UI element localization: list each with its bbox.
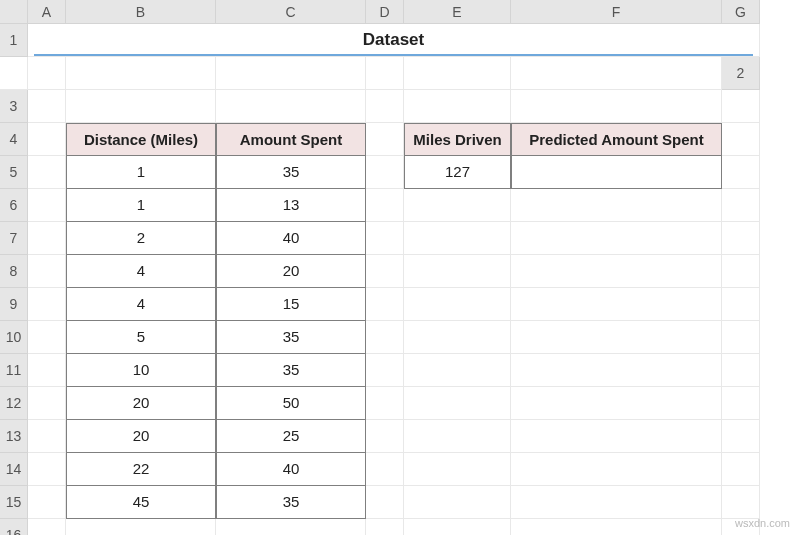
cell[interactable] bbox=[722, 321, 760, 354]
cell[interactable] bbox=[404, 255, 511, 288]
cell[interactable] bbox=[722, 420, 760, 453]
table-row[interactable]: 25 bbox=[216, 420, 366, 453]
table-row[interactable]: 50 bbox=[216, 387, 366, 420]
cell[interactable] bbox=[28, 519, 66, 535]
cell[interactable] bbox=[404, 90, 511, 123]
cell[interactable] bbox=[511, 222, 722, 255]
table-row[interactable]: 1 bbox=[66, 189, 216, 222]
cell[interactable] bbox=[722, 255, 760, 288]
table-row[interactable]: 20 bbox=[216, 255, 366, 288]
cell[interactable] bbox=[722, 288, 760, 321]
cell[interactable] bbox=[366, 288, 404, 321]
cell[interactable] bbox=[366, 354, 404, 387]
cell[interactable] bbox=[366, 519, 404, 535]
table-row[interactable]: 35 bbox=[216, 156, 366, 189]
cell[interactable] bbox=[28, 486, 66, 519]
table-row[interactable]: 13 bbox=[216, 189, 366, 222]
col-header-e[interactable]: E bbox=[404, 0, 511, 24]
row-header-13[interactable]: 13 bbox=[0, 420, 28, 453]
cell[interactable] bbox=[28, 123, 66, 156]
cell[interactable] bbox=[66, 57, 216, 90]
cell[interactable] bbox=[404, 189, 511, 222]
row-header-14[interactable]: 14 bbox=[0, 453, 28, 486]
row-header-11[interactable]: 11 bbox=[0, 354, 28, 387]
cell[interactable] bbox=[511, 354, 722, 387]
row-header-5[interactable]: 5 bbox=[0, 156, 28, 189]
cell[interactable] bbox=[404, 486, 511, 519]
cell[interactable] bbox=[404, 321, 511, 354]
cell[interactable] bbox=[366, 486, 404, 519]
cell[interactable] bbox=[722, 354, 760, 387]
cell[interactable] bbox=[66, 90, 216, 123]
cell[interactable] bbox=[404, 420, 511, 453]
cell[interactable] bbox=[366, 90, 404, 123]
row-header-3[interactable]: 3 bbox=[0, 90, 28, 123]
cell[interactable] bbox=[366, 321, 404, 354]
cell[interactable] bbox=[404, 288, 511, 321]
cell[interactable] bbox=[722, 90, 760, 123]
row-header-2[interactable]: 2 bbox=[722, 57, 760, 90]
main-header-distance[interactable]: Distance (Miles) bbox=[66, 123, 216, 156]
side-header-miles[interactable]: Miles Driven bbox=[404, 123, 511, 156]
cell[interactable] bbox=[366, 189, 404, 222]
table-row[interactable]: 5 bbox=[66, 321, 216, 354]
cell[interactable] bbox=[404, 354, 511, 387]
table-row[interactable]: 20 bbox=[66, 420, 216, 453]
title-cell[interactable]: Dataset bbox=[28, 24, 760, 57]
row-header-7[interactable]: 7 bbox=[0, 222, 28, 255]
cell[interactable] bbox=[28, 222, 66, 255]
col-header-g[interactable]: G bbox=[722, 0, 760, 24]
cell[interactable] bbox=[216, 57, 366, 90]
cell[interactable] bbox=[28, 189, 66, 222]
cell[interactable] bbox=[722, 222, 760, 255]
cell[interactable] bbox=[511, 420, 722, 453]
cell[interactable] bbox=[366, 222, 404, 255]
cell[interactable] bbox=[511, 255, 722, 288]
cell[interactable] bbox=[28, 255, 66, 288]
cell[interactable] bbox=[511, 321, 722, 354]
cell[interactable] bbox=[511, 519, 722, 535]
row-header-6[interactable]: 6 bbox=[0, 189, 28, 222]
cell[interactable] bbox=[511, 90, 722, 123]
cell[interactable] bbox=[28, 57, 66, 90]
cell[interactable] bbox=[722, 156, 760, 189]
col-header-d[interactable]: D bbox=[366, 0, 404, 24]
row-header-4[interactable]: 4 bbox=[0, 123, 28, 156]
table-row[interactable]: 10 bbox=[66, 354, 216, 387]
cell[interactable] bbox=[511, 387, 722, 420]
row-header-1[interactable]: 1 bbox=[0, 24, 28, 57]
cell[interactable] bbox=[511, 57, 722, 90]
cell[interactable] bbox=[366, 156, 404, 189]
table-row[interactable]: 1 bbox=[66, 156, 216, 189]
table-row[interactable]: 4 bbox=[66, 255, 216, 288]
cell[interactable] bbox=[366, 255, 404, 288]
col-header-b[interactable]: B bbox=[66, 0, 216, 24]
cell[interactable] bbox=[28, 453, 66, 486]
cell[interactable] bbox=[366, 57, 404, 90]
table-row[interactable]: 4 bbox=[66, 288, 216, 321]
cell[interactable] bbox=[511, 453, 722, 486]
row-header-8[interactable]: 8 bbox=[0, 255, 28, 288]
cell[interactable] bbox=[404, 57, 511, 90]
cell[interactable] bbox=[0, 57, 28, 90]
cell[interactable] bbox=[66, 519, 216, 535]
side-row-predicted[interactable] bbox=[511, 156, 722, 189]
cell[interactable] bbox=[722, 123, 760, 156]
side-row-miles[interactable]: 127 bbox=[404, 156, 511, 189]
cell[interactable] bbox=[511, 486, 722, 519]
table-row[interactable]: 35 bbox=[216, 321, 366, 354]
row-header-12[interactable]: 12 bbox=[0, 387, 28, 420]
cell[interactable] bbox=[366, 420, 404, 453]
table-row[interactable]: 15 bbox=[216, 288, 366, 321]
row-header-15[interactable]: 15 bbox=[0, 486, 28, 519]
cell[interactable] bbox=[28, 321, 66, 354]
cell[interactable] bbox=[28, 420, 66, 453]
col-header-c[interactable]: C bbox=[216, 0, 366, 24]
cell[interactable] bbox=[28, 387, 66, 420]
row-header-10[interactable]: 10 bbox=[0, 321, 28, 354]
table-row[interactable]: 45 bbox=[66, 486, 216, 519]
table-row[interactable]: 20 bbox=[66, 387, 216, 420]
cell[interactable] bbox=[216, 90, 366, 123]
cell[interactable] bbox=[366, 123, 404, 156]
cell[interactable] bbox=[366, 387, 404, 420]
